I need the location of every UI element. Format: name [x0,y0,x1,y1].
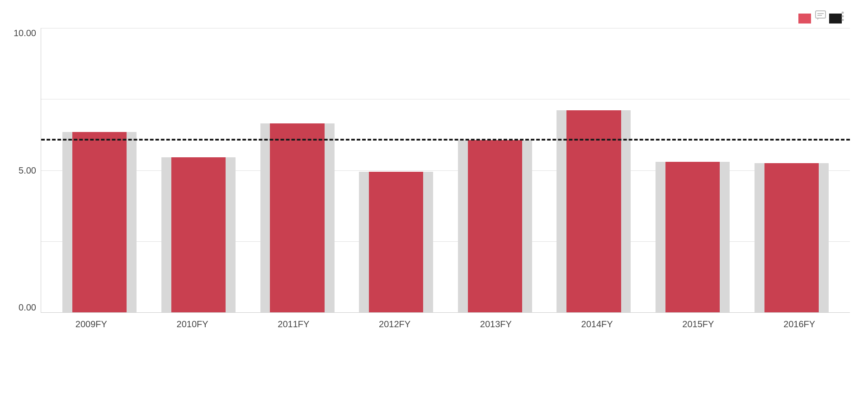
bar-fg-2015FY [665,162,720,312]
x-label-2016FY: 2016FY [749,313,850,335]
target-line [41,139,850,141]
x-label-2010FY: 2010FY [142,313,243,335]
bar-fg-2011FY [270,123,324,312]
bar-column-2014FY [544,28,643,312]
svg-point-5 [842,19,844,21]
bar-fg-2012FY [369,172,423,312]
bar-column-2013FY [446,28,545,312]
legend-item-turnover [798,14,815,24]
bar-column-2012FY [347,28,446,312]
x-axis: 2009FY2010FY2011FY2012FY2013FY2014FY2015… [41,313,850,335]
bar-fg-2014FY [566,110,621,312]
x-label-2013FY: 2013FY [445,313,547,335]
svg-point-3 [842,12,844,14]
y-label-500: 5.00 [19,165,36,176]
y-label-0: 0.00 [19,302,36,313]
chart-area: 10.00 5.00 0.00 2009FY2010FY2011FY2012FY… [9,28,850,335]
bar-fg-2010FY [171,157,226,312]
bar-fg-2013FY [468,140,522,312]
plot-area [41,28,850,313]
bar-fg-2009FY [72,132,127,312]
bar-column-2016FY [742,28,841,312]
bar-fg-2016FY [764,163,819,312]
bar-column-2009FY [50,28,149,312]
legend-swatch-turnover [798,14,811,24]
legend [9,14,850,24]
more-options-icon[interactable] [835,9,850,24]
bar-column-2010FY [149,28,248,312]
y-label-10: 10.00 [14,28,36,38]
bars-group [41,28,850,312]
bar-column-2011FY [248,28,347,312]
y-axis: 10.00 5.00 0.00 [9,28,41,313]
x-label-2014FY: 2014FY [547,313,648,335]
x-label-2015FY: 2015FY [648,313,749,335]
x-label-2012FY: 2012FY [344,313,445,335]
x-label-2009FY: 2009FY [41,313,142,335]
toolbar [814,9,850,24]
bar-column-2015FY [643,28,742,312]
comment-icon[interactable] [814,9,828,24]
svg-rect-0 [816,11,826,18]
x-label-2011FY: 2011FY [243,313,344,335]
chart-container: 10.00 5.00 0.00 2009FY2010FY2011FY2012FY… [0,0,868,400]
svg-point-4 [842,15,844,18]
